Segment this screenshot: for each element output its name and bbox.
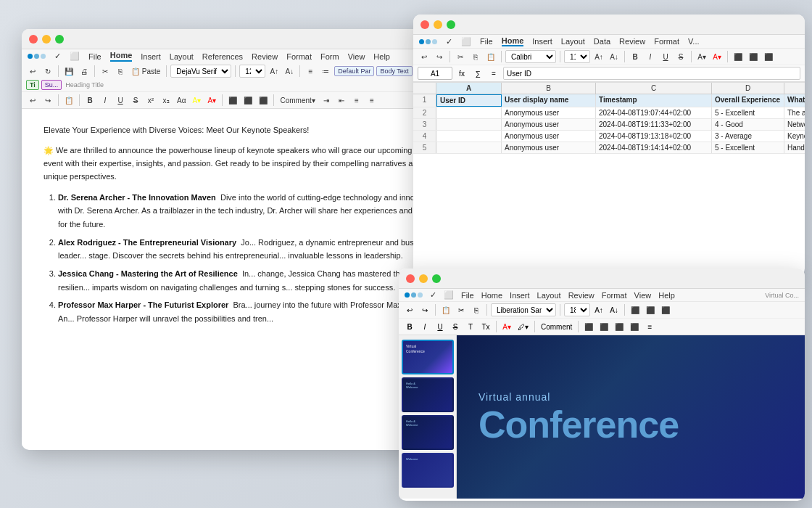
calc-fontdown[interactable]: A↓ — [608, 50, 621, 63]
impress-align2-center[interactable]: ⬛ — [597, 320, 610, 333]
calc-align-center[interactable]: ⬛ — [747, 50, 760, 63]
calc-menu-insert[interactable]: Insert — [532, 37, 552, 46]
calc-fontup[interactable]: A↑ — [592, 50, 605, 63]
calc-redo[interactable]: ↪ — [433, 50, 446, 63]
impress-align-right[interactable]: ⬛ — [659, 303, 672, 316]
slide-thumb-4[interactable]: Welcome — [402, 453, 454, 488]
impress-underline[interactable]: U — [434, 320, 447, 333]
indent-button[interactable]: ⇥ — [320, 94, 333, 107]
ss-cell-b3[interactable]: Anonymous user — [502, 119, 596, 130]
highlight-color[interactable]: A▾ — [190, 94, 203, 107]
print-button[interactable]: 🖨 — [78, 65, 91, 78]
calc-menu-home[interactable]: Home — [502, 36, 524, 46]
impress-redo[interactable]: ↪ — [418, 303, 431, 316]
formula-input[interactable]: User ID — [503, 67, 800, 80]
impress-cut[interactable]: ✂ — [455, 303, 468, 316]
align-center[interactable]: ⬛ — [241, 94, 254, 107]
impress-menu-help[interactable]: Help — [658, 291, 675, 300]
impress-menu-window[interactable]: ⬜ — [444, 290, 454, 300]
slide-thumb-3[interactable]: Hello &Welcome — [402, 415, 454, 450]
writer-menu-review[interactable]: Review — [252, 52, 278, 61]
impress-menu-file[interactable]: File — [461, 291, 474, 300]
ss-cell-d4[interactable]: 3 - Average — [712, 131, 784, 142]
comment-button[interactable]: Comment▾ — [278, 94, 317, 107]
outdent-button[interactable]: ⇤ — [335, 94, 348, 107]
save-button[interactable]: 💾 — [62, 65, 75, 78]
writer-menu-references[interactable]: References — [202, 52, 243, 61]
writer-menu-file[interactable]: File — [88, 52, 102, 61]
col-header-e[interactable]: E — [784, 83, 805, 94]
impress-menu-review[interactable]: Review — [568, 291, 594, 300]
cut-button[interactable]: ✂ — [99, 65, 112, 78]
ss-cell-a3[interactable] — [436, 119, 502, 130]
font-size-up[interactable]: A↑ — [268, 65, 281, 78]
ss-cell-c5[interactable]: 2024-04-08T19:14:14+02:00 — [596, 142, 712, 153]
impress-align-left[interactable]: ⬛ — [629, 303, 642, 316]
calc-menu-v[interactable]: V... — [688, 37, 700, 46]
font-size-selector[interactable]: 12pt — [239, 65, 265, 78]
ss-cell-d3[interactable]: 4 - Good — [712, 119, 784, 130]
calc-font-selector[interactable]: Calibri — [505, 50, 556, 63]
impress-minimize-dot[interactable] — [419, 274, 428, 283]
impress-paste[interactable]: 📋 — [439, 303, 452, 316]
redo-button[interactable]: ↻ — [41, 65, 54, 78]
align-left[interactable]: ⬛ — [226, 94, 239, 107]
minimize-dot[interactable] — [42, 35, 51, 44]
impress-font-size[interactable]: 18 pt — [564, 303, 590, 316]
calc-maximize-dot[interactable] — [447, 20, 455, 29]
impress-align-center[interactable]: ⬛ — [644, 303, 657, 316]
superscript-button[interactable]: x² — [144, 94, 157, 107]
formula-fx[interactable]: fx — [455, 67, 468, 80]
copy-button[interactable]: ⎘ — [114, 65, 127, 78]
writer-menu-insert[interactable]: Insert — [141, 52, 161, 61]
calc-copy[interactable]: ⎘ — [469, 50, 482, 63]
calc-menu-data[interactable]: Data — [594, 37, 610, 46]
impress-strikethrough[interactable]: S — [449, 320, 462, 333]
col-header-b[interactable]: B — [502, 83, 596, 94]
list2-button[interactable]: ≡ — [350, 94, 363, 107]
ss-cell-b2[interactable]: Anonymous user — [502, 107, 596, 118]
maximize-dot[interactable] — [55, 35, 64, 44]
formula-sigma[interactable]: ∑ — [471, 67, 484, 80]
impress-bold[interactable]: B — [403, 320, 416, 333]
ss-cell-b1[interactable]: User display name — [502, 94, 596, 107]
calc-underline[interactable]: U — [659, 50, 672, 63]
impress-font-color[interactable]: A▾ — [500, 320, 513, 333]
impress-copy[interactable]: ⎘ — [470, 303, 483, 316]
impress-menu-view[interactable]: View — [634, 291, 652, 300]
style-body[interactable]: Body Text — [376, 66, 412, 76]
col-header-d[interactable]: D — [712, 83, 784, 94]
ss-cell-e3[interactable]: Networki... — [784, 119, 805, 130]
list3-button[interactable]: ≡ — [365, 94, 378, 107]
calc-font-size[interactable]: 11 pt — [564, 50, 590, 63]
writer-menu-format[interactable]: Format — [286, 52, 312, 61]
ss-cell-a5[interactable] — [436, 142, 502, 153]
underline-button[interactable]: U — [114, 94, 127, 107]
list-unordered[interactable]: ≡ — [304, 65, 317, 78]
writer-menu-layout[interactable]: Layout — [170, 52, 194, 61]
impress-maximize-dot[interactable] — [432, 274, 441, 283]
slide-thumb-2[interactable]: Hello &Welcome — [402, 377, 454, 412]
impress-list-bullet[interactable]: ≡ — [643, 320, 656, 333]
calc-close-dot[interactable] — [420, 20, 429, 29]
writer-menu-window[interactable]: ⬜ — [70, 52, 80, 61]
font-color[interactable]: A▾ — [205, 94, 218, 107]
calc-minimize-dot[interactable] — [434, 20, 442, 29]
ss-cell-c1[interactable]: Timestamp — [596, 94, 712, 107]
col-header-a[interactable]: A — [436, 83, 502, 94]
impress-menu-check[interactable]: ✓ — [430, 290, 436, 300]
impress-text-spaced[interactable]: Tx — [479, 320, 492, 333]
ss-cell-d2[interactable]: 5 - Excellent — [712, 107, 784, 118]
ss-cell-b4[interactable]: Anonymous user — [502, 131, 596, 142]
impress-align2-left[interactable]: ⬛ — [582, 320, 595, 333]
calc-menu-file[interactable]: File — [480, 37, 493, 46]
slide-thumb-1[interactable]: VirtualConference — [402, 340, 454, 374]
style-title[interactable]: Ti — [26, 80, 39, 90]
impress-menu-format[interactable]: Format — [602, 291, 627, 300]
align-right[interactable]: ⬛ — [257, 94, 270, 107]
writer-menu-home[interactable]: Home — [110, 51, 133, 62]
ss-cell-e1[interactable]: What asp... — [784, 94, 805, 107]
writer-menu-form[interactable]: Form — [320, 52, 339, 61]
impress-fontdown[interactable]: A↓ — [608, 303, 621, 316]
paste2-button[interactable]: 📋 — [62, 94, 75, 107]
